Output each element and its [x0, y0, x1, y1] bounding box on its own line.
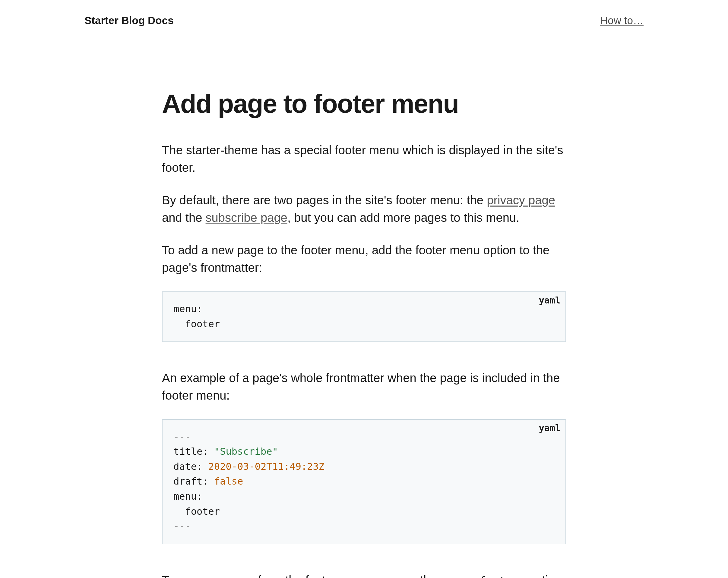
text: To remove pages from the footer menu, re… [162, 574, 440, 578]
inline-code: menu: footer: [440, 574, 525, 578]
page-title: Add page to footer menu [162, 90, 566, 117]
code-block-menu-footer: yaml menu: footer [162, 292, 566, 342]
paragraph-remove-instruction: To remove pages from the footer menu, re… [162, 571, 566, 578]
code-value: footer [174, 318, 220, 330]
code-value: footer [174, 506, 220, 517]
code-literal: false [208, 475, 243, 487]
code-literal: 2020-03-02T11:49:23Z [202, 461, 324, 472]
paragraph-example-intro: An example of a page's whole frontmatter… [162, 369, 566, 404]
code-key: draft: [174, 475, 208, 487]
article-content: Add page to footer menu The starter-them… [162, 27, 566, 578]
code-language-label: yaml [539, 295, 561, 306]
paragraph-default-pages: By default, there are two pages in the s… [162, 191, 566, 226]
link-subscribe-page[interactable]: subscribe page [206, 211, 287, 224]
link-privacy-page[interactable]: privacy page [487, 193, 555, 207]
code-block-frontmatter-example: yaml --- title: "Subscribe" date: 2020-0… [162, 419, 566, 544]
code-key: menu: [174, 303, 202, 314]
code-string: "Subscribe" [208, 446, 278, 457]
code-key: date: [174, 461, 202, 472]
code-language-label: yaml [539, 423, 561, 433]
text: and the [162, 211, 206, 224]
code-key: menu: [174, 491, 202, 502]
text: By default, there are two pages in the s… [162, 193, 487, 207]
nav-link-howto[interactable]: How to… [600, 15, 644, 27]
code-key: title: [174, 446, 208, 457]
code-content: menu: footer [174, 302, 554, 331]
code-delimiter: --- [174, 431, 191, 442]
site-title[interactable]: Starter Blog Docs [84, 15, 174, 27]
text: , but you can add more pages to this men… [287, 211, 519, 224]
code-content: --- title: "Subscribe" date: 2020-03-02T… [174, 430, 554, 534]
code-delimiter: --- [174, 520, 191, 532]
site-header: Starter Blog Docs How to… [0, 0, 728, 27]
paragraph-add-instruction: To add a new page to the footer menu, ad… [162, 241, 566, 276]
paragraph-intro: The starter-theme has a special footer m… [162, 141, 566, 176]
